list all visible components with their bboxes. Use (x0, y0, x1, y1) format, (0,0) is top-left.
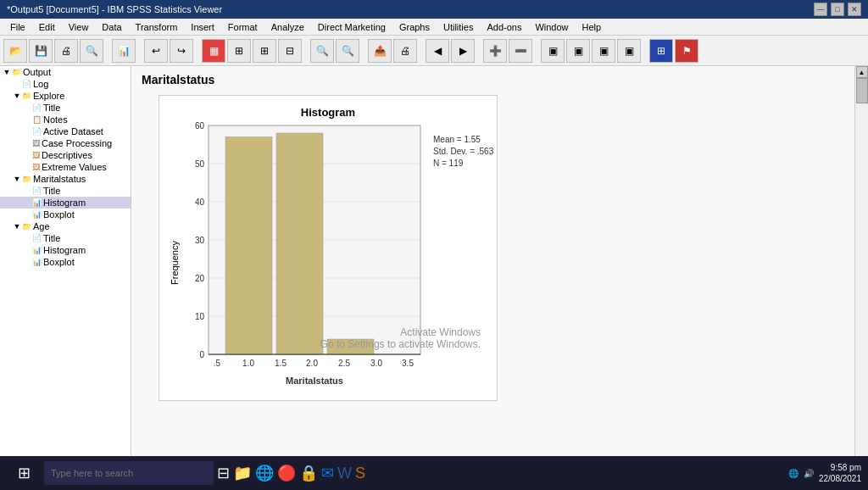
tree-notes[interactable]: 📋 Notes (0, 114, 131, 125)
menu-transform[interactable]: Transform (129, 20, 185, 34)
clock: 9:58 pm 22/08/2021 (819, 462, 861, 484)
find-button[interactable]: 🔍 (310, 39, 334, 63)
mail-icon[interactable]: ✉ (321, 464, 334, 482)
menu-add-ons[interactable]: Add-ons (480, 20, 528, 34)
menu-utilities[interactable]: Utilities (437, 20, 480, 34)
svg-rect-17 (327, 339, 374, 354)
title1-icon: 📄 (32, 103, 42, 112)
insert-row-button[interactable]: ➕ (483, 39, 507, 63)
minimize-button[interactable]: — (814, 3, 827, 16)
tree-output[interactable]: ▼ 📁 Output (0, 66, 131, 78)
scroll-up-button[interactable]: ▲ (856, 66, 868, 78)
extreme-values-icon: 🖼 (32, 163, 40, 171)
chrome-icon[interactable]: 🔴 (277, 464, 296, 482)
view4-button[interactable]: ▣ (617, 39, 641, 63)
undo-button[interactable]: ↩ (144, 39, 168, 63)
case-processing-icon: 🖼 (32, 139, 40, 148)
file-explorer-icon[interactable]: 📁 (233, 464, 252, 482)
maximize-button[interactable]: □ (831, 3, 844, 16)
tree-title-1[interactable]: 📄 Title (0, 102, 131, 114)
svg-text:40: 40 (195, 198, 205, 207)
menu-insert[interactable]: Insert (184, 20, 221, 34)
svg-text:Maritalstatus: Maritalstatus (286, 376, 343, 386)
right-scrollbar[interactable]: ▲ ▼ (854, 66, 868, 471)
lock-icon[interactable]: 🔒 (299, 464, 318, 482)
recent-files-button[interactable]: 📊 (112, 39, 136, 63)
network-icon[interactable]: 🌐 (788, 469, 798, 478)
split-button[interactable]: ⊞ (227, 39, 251, 63)
tree-age-boxplot[interactable]: 📊 Boxplot (0, 256, 131, 268)
menu-graphs[interactable]: Graphs (392, 20, 437, 34)
format-button[interactable]: ⊞ (649, 39, 673, 63)
task-manager-icon[interactable]: ⊟ (217, 464, 230, 482)
tree-active-dataset[interactable]: 📄 Active Dataset (0, 125, 131, 137)
view1-button[interactable]: ▣ (541, 39, 565, 63)
tree-maritalstatus[interactable]: ▼ 📁 Maritalstatus (0, 173, 131, 185)
table-button[interactable]: ⊟ (278, 39, 302, 63)
expand-maritalstatus[interactable]: ▼ (12, 175, 22, 183)
tree-age[interactable]: ▼ 📁 Age (0, 220, 131, 232)
open-button[interactable]: 📂 (3, 39, 27, 63)
age-icon: 📁 (22, 222, 31, 231)
tree-histogram[interactable]: 📊 Histogram (0, 197, 131, 209)
save-button[interactable]: 💾 (29, 39, 53, 63)
tree-extreme-values[interactable]: 🖼 Extreme Values (0, 161, 131, 173)
svg-text:20: 20 (195, 274, 205, 283)
preview-button[interactable]: 🔍 (80, 39, 103, 63)
scroll-thumb[interactable] (856, 78, 868, 103)
expand-explore[interactable]: ▼ (12, 92, 22, 100)
menu-format[interactable]: Format (221, 20, 264, 34)
menu-view[interactable]: View (62, 20, 96, 34)
tree-boxplot[interactable]: 📊 Boxplot (0, 209, 131, 220)
menu-edit[interactable]: Edit (32, 20, 62, 34)
system-tray: 🌐 🔊 9:58 pm 22/08/2021 (788, 462, 861, 484)
tree-explore[interactable]: ▼ 📁 Explore (0, 90, 131, 102)
goto-data-button[interactable]: ▦ (202, 39, 225, 63)
expand-output[interactable]: ▼ (2, 68, 12, 76)
grid-button[interactable]: ⊞ (253, 39, 276, 63)
print-button[interactable]: 🖨 (54, 39, 78, 63)
y-axis-label: Frequency (170, 136, 180, 390)
menu-direct-marketing[interactable]: Direct Marketing (311, 20, 392, 34)
boxplot-icon: 📊 (32, 210, 42, 219)
view2-button[interactable]: ▣ (566, 39, 590, 63)
volume-icon[interactable]: 🔊 (804, 469, 814, 478)
nav-back-button[interactable]: ◀ (426, 39, 449, 63)
close-button[interactable]: ✕ (848, 3, 861, 16)
tree-age-title[interactable]: 📄 Title (0, 232, 131, 244)
tree-marital-title[interactable]: 📄 Title (0, 185, 131, 197)
expand-age[interactable]: ▼ (12, 222, 22, 231)
delete-row-button[interactable]: ➖ (509, 39, 532, 63)
svg-text:60: 60 (195, 121, 205, 131)
svg-text:3.0: 3.0 (370, 359, 382, 368)
menu-data[interactable]: Data (95, 20, 128, 34)
menu-analyze[interactable]: Analyze (264, 20, 311, 34)
spss-icon[interactable]: S (355, 465, 365, 482)
svg-text:3.5: 3.5 (402, 359, 414, 368)
histogram-body: Frequency 0 (170, 125, 487, 390)
search-input[interactable] (44, 461, 214, 485)
find2-button[interactable]: 🔍 (336, 39, 359, 63)
histogram-chart-wrapper: Histogram Frequency (159, 95, 498, 401)
window-title: *Output5 [Document5] - IBM SPSS Statisti… (7, 4, 222, 14)
nav-forward-button[interactable]: ▶ (451, 39, 475, 63)
svg-text:2.5: 2.5 (338, 359, 350, 368)
tree-case-processing[interactable]: 🖼 Case Processing (0, 137, 131, 149)
tree-log[interactable]: 📄 Log (0, 78, 131, 90)
word-icon[interactable]: W (337, 465, 352, 482)
print2-button[interactable]: 🖨 (393, 39, 417, 63)
tree-age-histogram[interactable]: 📊 Histogram (0, 244, 131, 256)
date: 22/08/2021 (819, 473, 861, 484)
flag-button[interactable]: ⚑ (675, 39, 698, 63)
toolbar: 📂 💾 🖨 🔍 📊 ↩ ↪ ▦ ⊞ ⊞ ⊟ 🔍 🔍 📤 🖨 ◀ ▶ ➕ ➖ ▣ … (0, 36, 868, 66)
export-button[interactable]: 📤 (368, 39, 392, 63)
menu-window[interactable]: Window (528, 20, 575, 34)
redo-button[interactable]: ↪ (170, 39, 193, 63)
menu-help[interactable]: Help (576, 20, 609, 34)
view3-button[interactable]: ▣ (592, 39, 615, 63)
edge-icon[interactable]: 🌐 (255, 464, 274, 482)
start-button[interactable]: ⊞ (7, 459, 41, 487)
scroll-track[interactable] (855, 78, 868, 459)
menu-file[interactable]: File (3, 20, 32, 34)
tree-descriptives[interactable]: 🖼 Descriptives (0, 149, 131, 161)
